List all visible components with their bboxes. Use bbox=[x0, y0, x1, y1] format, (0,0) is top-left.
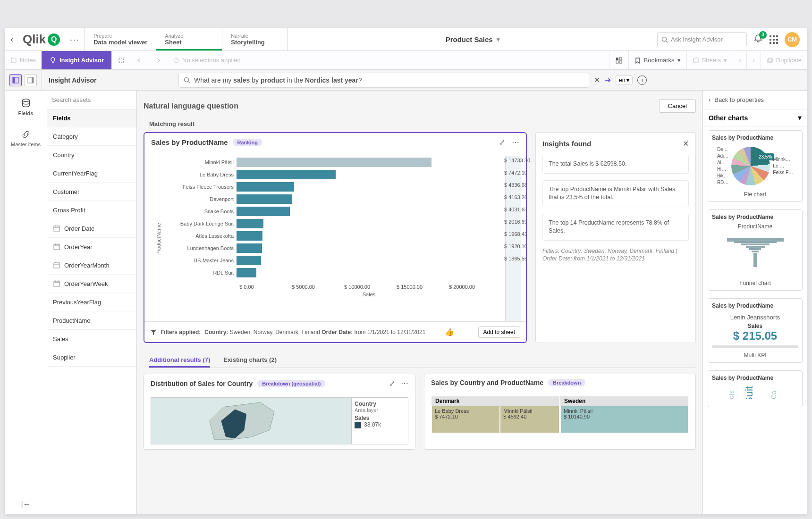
notifications-button[interactable]: 3 bbox=[753, 34, 763, 45]
field-item[interactable]: Gross Profit bbox=[47, 201, 136, 219]
fields-header: Fields bbox=[47, 109, 136, 127]
bookmarks-button[interactable]: Bookmarks ▾ bbox=[628, 51, 686, 69]
other-charts-header[interactable]: Other charts▾ bbox=[703, 109, 807, 126]
svg-rect-17 bbox=[32, 77, 34, 83]
field-item[interactable]: Category bbox=[47, 127, 136, 146]
card-more-icon[interactable]: ⋯ bbox=[401, 379, 408, 388]
clear-query-button[interactable]: ✕ bbox=[594, 75, 600, 84]
field-item[interactable]: OrderYearWeek bbox=[47, 275, 136, 293]
thumbs-up-button[interactable]: 👍 bbox=[445, 327, 454, 336]
back-to-properties-button[interactable]: ‹Back to properties bbox=[703, 91, 807, 109]
assets-panel: Search assets Fields CategoryCountryCurr… bbox=[47, 91, 137, 514]
chart-tag: Ranking bbox=[233, 139, 262, 146]
help-button[interactable]: i bbox=[637, 75, 647, 85]
field-item[interactable]: Supplier bbox=[47, 348, 136, 367]
expand-icon[interactable]: ⤢ bbox=[389, 379, 395, 388]
field-item[interactable]: Sales bbox=[47, 330, 136, 348]
clear-selections-button[interactable]: No selections applied bbox=[167, 51, 246, 69]
field-item[interactable]: PreviousYearFlag bbox=[47, 293, 136, 311]
close-insights-button[interactable]: ✕ bbox=[683, 139, 689, 148]
svg-rect-34 bbox=[54, 281, 59, 286]
chevron-down-icon: ▾ bbox=[497, 36, 500, 43]
x-axis-label: Sales bbox=[237, 292, 501, 297]
selections-tool-button[interactable] bbox=[609, 51, 628, 69]
rail-master-items[interactable]: Master items bbox=[5, 127, 47, 149]
content-area: Natural language question Cancel Matchin… bbox=[137, 91, 702, 514]
sheets-button[interactable]: Sheets ▾ bbox=[686, 51, 733, 69]
selections-tool-1[interactable] bbox=[112, 51, 131, 69]
insights-title: Insights found bbox=[542, 140, 591, 148]
other-chart-pie[interactable]: Sales by ProductName De…Adi…Ai…Hi…Bik…RD… bbox=[708, 130, 803, 202]
nlq-heading: Natural language question bbox=[144, 102, 238, 110]
svg-text:ots: ots bbox=[727, 390, 735, 399]
svg-rect-30 bbox=[54, 263, 59, 268]
notes-button[interactable]: Notes bbox=[5, 51, 42, 69]
other-chart-wordcloud[interactable]: Sales by ProductName SuitotsCa bbox=[708, 370, 803, 407]
clear-icon bbox=[173, 57, 179, 64]
treemap-visualization[interactable]: Denmark Le Baby Dress$ 7472.10 Minnki Pä… bbox=[431, 396, 689, 434]
calendar-icon bbox=[53, 225, 60, 232]
duplicate-icon bbox=[767, 57, 773, 64]
tab-additional-results[interactable]: Additional results (7) bbox=[149, 353, 210, 368]
app-title[interactable]: Product Sales▾ bbox=[288, 35, 657, 43]
left-panel-toggle[interactable] bbox=[9, 74, 22, 86]
left-rail: Fields Master items |← bbox=[5, 91, 47, 514]
svg-point-21 bbox=[22, 99, 29, 102]
svg-point-0 bbox=[662, 37, 667, 41]
insight-advisor-button[interactable]: Insight Advisor bbox=[42, 51, 111, 69]
back-button[interactable]: ‹ bbox=[5, 34, 19, 44]
svg-line-1 bbox=[666, 41, 668, 42]
svg-point-3 bbox=[51, 58, 55, 61]
field-item[interactable]: Country bbox=[47, 146, 136, 164]
rail-collapse-button[interactable]: |← bbox=[21, 500, 30, 509]
nav-tab-analyze[interactable]: AnalyzeSheet bbox=[156, 28, 222, 50]
svg-rect-26 bbox=[54, 244, 59, 250]
map-visualization[interactable]: Country Area layer Sales 33.07k bbox=[151, 397, 408, 444]
svg-line-7 bbox=[175, 59, 178, 62]
svg-rect-12 bbox=[694, 58, 698, 63]
chart-scrollbar[interactable] bbox=[505, 156, 521, 321]
field-item[interactable]: OrderYearMonth bbox=[47, 256, 136, 275]
app-launcher-icon[interactable] bbox=[770, 35, 778, 44]
query-input[interactable]: What are my sales by product in the Nord… bbox=[178, 73, 589, 88]
cancel-button[interactable]: Cancel bbox=[659, 99, 696, 113]
chart-more-icon[interactable]: ⋯ bbox=[512, 138, 519, 147]
other-chart-funnel[interactable]: Sales by ProductName ProductName Funnel … bbox=[708, 209, 803, 291]
top-bar: ‹ QlikQ ⋯ PrepareData model viewer Analy… bbox=[5, 28, 807, 51]
submit-query-button[interactable]: ➜ bbox=[605, 75, 611, 84]
nav-tab-narrate[interactable]: NarrateStorytelling bbox=[222, 28, 288, 50]
svg-rect-8 bbox=[616, 58, 618, 60]
field-item[interactable]: ProductName bbox=[47, 311, 136, 330]
rail-fields[interactable]: Fields bbox=[5, 96, 47, 118]
field-item[interactable]: Order Date bbox=[47, 219, 136, 238]
add-to-sheet-button[interactable]: Add to sheet bbox=[478, 326, 520, 338]
insight-item: The top ProductName is Minnki Pälsii wit… bbox=[542, 180, 689, 207]
svg-text:Suit: Suit bbox=[743, 386, 755, 399]
svg-rect-2 bbox=[11, 58, 16, 63]
ask-insight-input[interactable]: Ask Insight Advisor bbox=[657, 32, 747, 47]
prev-sheet-button[interactable]: ‹ bbox=[733, 51, 746, 69]
field-item[interactable]: CurrentYearFlag bbox=[47, 164, 136, 183]
app-more-icon[interactable]: ⋯ bbox=[64, 34, 85, 45]
language-select[interactable]: en ▾ bbox=[616, 75, 633, 85]
nav-tab-prepare[interactable]: PrepareData model viewer bbox=[85, 28, 156, 50]
search-assets-input[interactable]: Search assets bbox=[47, 91, 136, 109]
expand-icon[interactable]: ⤢ bbox=[499, 138, 505, 147]
step-forward-button[interactable] bbox=[149, 51, 167, 69]
duplicate-button[interactable]: Duplicate bbox=[761, 51, 807, 69]
additional-card-map: Distribution of Sales for Country Breakd… bbox=[144, 374, 415, 450]
other-chart-kpi[interactable]: Sales by ProductName Lenin Jeansshorts S… bbox=[708, 298, 803, 363]
funnel-icon bbox=[727, 238, 784, 271]
selections-icon bbox=[615, 57, 623, 64]
calendar-icon bbox=[53, 280, 60, 287]
svg-rect-5 bbox=[119, 58, 124, 63]
avatar[interactable]: CM bbox=[785, 32, 800, 47]
step-back-button[interactable] bbox=[131, 51, 149, 69]
next-sheet-button[interactable]: › bbox=[746, 51, 760, 69]
field-item[interactable]: Customer bbox=[47, 183, 136, 201]
nav-tabs: PrepareData model viewer AnalyzeSheet Na… bbox=[85, 28, 288, 50]
tab-existing-charts[interactable]: Existing charts (2) bbox=[223, 353, 277, 368]
field-item[interactable]: OrderYear bbox=[47, 238, 136, 256]
right-panel-toggle[interactable] bbox=[25, 74, 37, 86]
pie-icon: 23.5% bbox=[731, 147, 770, 185]
